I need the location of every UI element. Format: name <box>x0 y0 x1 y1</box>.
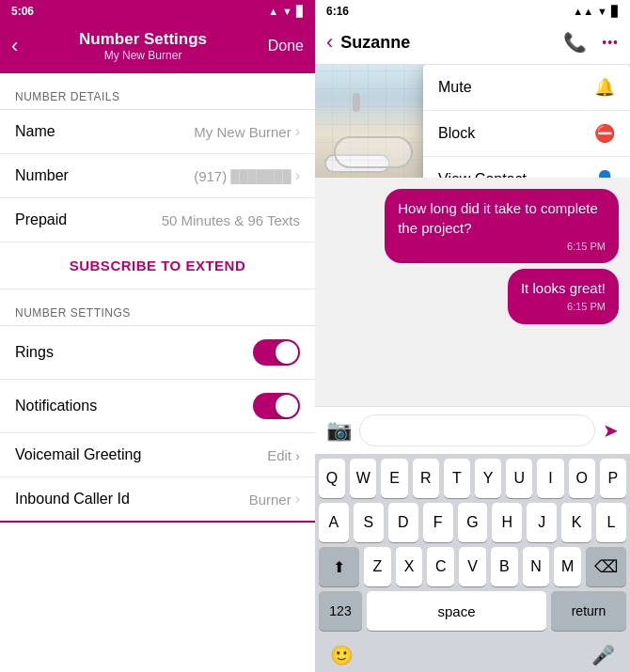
inbound-value: Burner › <box>249 491 300 508</box>
prepaid-row[interactable]: Prepaid 50 Minutes & 96 Texts <box>0 198 315 242</box>
space-key[interactable]: space <box>367 591 546 631</box>
key-b[interactable]: B <box>491 547 518 586</box>
send-icon[interactable]: ➤ <box>603 419 619 442</box>
left-status-icons: ▲ ▼ ▊ <box>268 6 304 18</box>
delete-key[interactable]: ⌫ <box>586 547 626 586</box>
voicemail-row[interactable]: Voicemail Greeting Edit › <box>0 433 315 477</box>
key-k[interactable]: K <box>561 503 591 542</box>
name-row[interactable]: Name My New Burner › <box>0 110 315 154</box>
key-p[interactable]: P <box>600 459 626 498</box>
key-x[interactable]: X <box>396 547 423 586</box>
notifications-toggle[interactable] <box>253 393 300 419</box>
key-l[interactable]: L <box>596 503 626 542</box>
key-m[interactable]: M <box>554 547 581 586</box>
message-1: How long did it take to complete the pro… <box>385 189 619 263</box>
prepaid-value: 50 Minutes & 96 Texts <box>162 212 300 228</box>
left-header-title: Number Settings My New Burner <box>18 30 267 62</box>
message-2-text: It looks great! <box>521 278 606 298</box>
block-label: Block <box>438 125 475 142</box>
key-t[interactable]: T <box>444 459 470 498</box>
camera-icon[interactable]: 📷 <box>326 418 352 443</box>
key-v[interactable]: V <box>459 547 486 586</box>
rings-row: Rings <box>0 326 315 380</box>
key-z[interactable]: Z <box>364 547 391 586</box>
key-j[interactable]: J <box>527 503 557 542</box>
dropdown-item-view-contact[interactable]: View Contact 👤 <box>423 157 630 178</box>
key-o[interactable]: O <box>569 459 595 498</box>
number-masked: ███████ <box>230 169 291 183</box>
battery-icon: ▊ <box>296 6 304 18</box>
message-2: It looks great! 6:15 PM <box>508 269 619 323</box>
num-key[interactable]: 123 <box>319 591 362 631</box>
number-row[interactable]: Number (917) ███████ › <box>0 154 315 198</box>
return-key[interactable]: return <box>551 591 626 631</box>
mute-label: Mute <box>438 79 472 96</box>
done-button[interactable]: Done <box>268 38 304 55</box>
right-panel: 6:16 ▲▲ ▼ ▊ ‹ Suzanne 📞 ••• <box>315 0 630 672</box>
left-header: ‹ Number Settings My New Burner Done <box>0 23 315 73</box>
emoji-icon[interactable]: 🙂 <box>330 644 354 666</box>
left-back-button[interactable]: ‹ <box>11 34 18 58</box>
more-icon[interactable]: ••• <box>602 35 619 50</box>
key-q[interactable]: Q <box>319 459 345 498</box>
right-time: 6:16 <box>326 5 349 18</box>
mute-icon: 🔔 <box>594 77 615 98</box>
microphone-icon[interactable]: 🎤 <box>591 644 615 666</box>
message-2-time: 6:15 PM <box>521 300 606 314</box>
right-signal-icon: ▲▲ <box>573 6 593 17</box>
right-status-icons: ▲▲ ▼ ▊ <box>573 6 619 18</box>
number-value: (917) ███████ › <box>194 167 300 184</box>
keyboard-bottom-icons: 🙂 🎤 <box>315 638 630 672</box>
voicemail-edit: Edit › <box>267 447 300 463</box>
key-h[interactable]: H <box>492 503 522 542</box>
number-label: Number <box>15 167 69 184</box>
name-value-text: My New Burner <box>194 124 291 140</box>
key-c[interactable]: C <box>427 547 454 586</box>
left-main-title: Number Settings <box>18 30 267 49</box>
left-time: 5:06 <box>11 5 34 18</box>
dropdown-menu: Mute 🔔 Block ⛔ View Contact 👤 Delete Con… <box>423 65 630 178</box>
number-chevron: › <box>295 167 300 184</box>
keyboard-row-2: A S D F G H J K L <box>315 498 630 542</box>
number-details-header: NUMBER DETAILS <box>0 73 315 109</box>
messages-area: How long did it take to complete the pro… <box>315 178 630 336</box>
inbound-label: Inbound Caller Id <box>15 491 130 508</box>
dropdown-item-block[interactable]: Block ⛔ <box>423 111 630 157</box>
right-header-icons: 📞 ••• <box>563 31 619 54</box>
key-a[interactable]: A <box>319 503 349 542</box>
key-f[interactable]: F <box>423 503 453 542</box>
key-e[interactable]: E <box>381 459 407 498</box>
view-contact-icon: 👤 <box>594 169 615 178</box>
inbound-value-text: Burner <box>249 492 291 508</box>
shift-key[interactable]: ⬆ <box>319 547 359 586</box>
rings-label: Rings <box>15 344 54 361</box>
inbound-caller-row[interactable]: Inbound Caller Id Burner › <box>0 477 315 523</box>
name-value: My New Burner › <box>194 123 300 140</box>
message-1-text: How long did it take to complete the pro… <box>398 198 606 238</box>
key-r[interactable]: R <box>413 459 439 498</box>
keyboard-row-3: ⬆ Z X C V B N M ⌫ <box>315 542 630 586</box>
key-s[interactable]: S <box>354 503 384 542</box>
wifi-icon: ▼ <box>282 6 292 17</box>
keyboard: Q W E R T Y U I O P A S D F G H J K L ⬆ … <box>315 454 630 672</box>
phone-icon[interactable]: 📞 <box>563 31 587 54</box>
key-w[interactable]: W <box>350 459 376 498</box>
prepaid-value-text: 50 Minutes & 96 Texts <box>162 212 300 228</box>
key-i[interactable]: I <box>537 459 563 498</box>
subscribe-button[interactable]: SUBSCRIBE TO EXTEND <box>0 242 315 289</box>
key-n[interactable]: N <box>523 547 550 586</box>
message-input[interactable] <box>359 414 595 446</box>
right-status-bar: 6:16 ▲▲ ▼ ▊ <box>315 0 630 23</box>
left-status-bar: 5:06 ▲ ▼ ▊ <box>0 0 315 23</box>
key-g[interactable]: G <box>458 503 488 542</box>
rings-toggle[interactable] <box>253 339 300 366</box>
name-chevron: › <box>295 123 300 140</box>
dropdown-item-mute[interactable]: Mute 🔔 <box>423 65 630 111</box>
key-d[interactable]: D <box>388 503 418 542</box>
right-back-button[interactable]: ‹ <box>326 30 333 55</box>
voicemail-label: Voicemail Greeting <box>15 446 141 463</box>
key-y[interactable]: Y <box>475 459 501 498</box>
notifications-label: Notifications <box>15 398 97 414</box>
left-panel: 5:06 ▲ ▼ ▊ ‹ Number Settings My New Burn… <box>0 0 315 672</box>
key-u[interactable]: U <box>506 459 532 498</box>
